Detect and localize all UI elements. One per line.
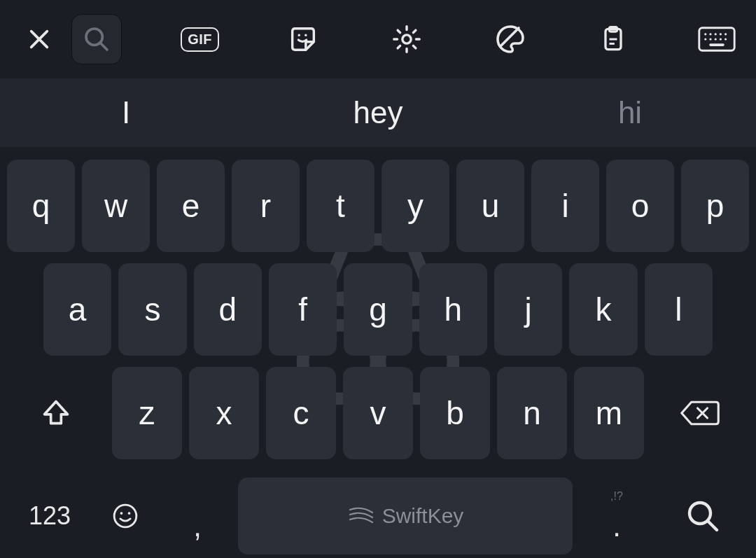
key-row-1: q w e r t y u i o p xyxy=(4,160,752,252)
key-k[interactable]: k xyxy=(569,263,637,356)
key-r[interactable]: r xyxy=(232,160,300,252)
key-row-2: a s d f g h j k l xyxy=(4,263,752,356)
period-hint: ,!? xyxy=(610,490,623,503)
svg-point-14 xyxy=(720,33,722,35)
gif-button[interactable]: GIF xyxy=(175,14,225,64)
key-x[interactable]: x xyxy=(189,367,259,459)
swiftkey-logo-icon xyxy=(347,505,375,526)
search-icon xyxy=(83,25,111,53)
themes-button[interactable] xyxy=(485,14,536,64)
svg-point-2 xyxy=(298,34,300,36)
key-u[interactable]: u xyxy=(456,160,524,252)
keyboard-layout-button[interactable] xyxy=(692,14,742,64)
svg-point-18 xyxy=(715,38,717,40)
key-n[interactable]: n xyxy=(497,367,567,459)
clipboard-icon xyxy=(598,24,629,55)
key-h[interactable]: h xyxy=(419,263,487,356)
numeric-key[interactable]: 123 xyxy=(11,477,88,554)
emoji-icon xyxy=(112,503,139,529)
emoji-key[interactable] xyxy=(94,477,157,554)
svg-point-4 xyxy=(402,35,411,43)
suggestion-right[interactable]: hi xyxy=(504,95,756,130)
svg-point-25 xyxy=(120,512,123,515)
clipboard-button[interactable] xyxy=(588,14,638,64)
shift-icon xyxy=(41,398,71,428)
suggestion-left[interactable]: I xyxy=(0,95,252,130)
svg-point-3 xyxy=(304,34,307,36)
key-z[interactable]: z xyxy=(112,367,182,459)
svg-point-11 xyxy=(704,33,706,35)
svg-point-24 xyxy=(114,505,136,527)
key-e[interactable]: e xyxy=(157,160,225,252)
svg-point-17 xyxy=(709,38,711,40)
key-y[interactable]: y xyxy=(382,160,449,252)
settings-button[interactable] xyxy=(382,14,432,64)
key-b[interactable]: b xyxy=(420,367,490,459)
key-l[interactable]: l xyxy=(645,263,713,356)
svg-point-13 xyxy=(715,33,717,35)
gif-icon: GIF xyxy=(181,27,219,52)
keyboard-icon xyxy=(698,25,736,53)
svg-point-16 xyxy=(704,38,706,40)
gear-icon xyxy=(391,23,423,55)
search-action-key[interactable] xyxy=(661,477,745,554)
key-w[interactable]: w xyxy=(82,160,150,252)
key-i[interactable]: i xyxy=(531,160,599,252)
key-d[interactable]: d xyxy=(194,263,262,356)
key-p[interactable]: p xyxy=(681,160,749,252)
palette-icon xyxy=(493,22,527,56)
close-icon xyxy=(27,27,51,51)
spacebar-key[interactable]: SwiftKey xyxy=(238,477,573,554)
shift-key[interactable] xyxy=(7,367,105,459)
close-button[interactable] xyxy=(14,14,64,64)
key-row-3: z x c v b n m xyxy=(4,367,752,459)
suggestion-bar: I hey hi xyxy=(0,78,756,147)
svg-line-28 xyxy=(708,522,717,530)
key-t[interactable]: t xyxy=(307,160,374,252)
svg-point-15 xyxy=(724,33,727,35)
svg-rect-21 xyxy=(709,43,724,46)
key-v[interactable]: v xyxy=(343,367,413,459)
key-f[interactable]: f xyxy=(269,263,337,356)
search-icon xyxy=(686,499,720,533)
key-s[interactable]: s xyxy=(118,263,186,356)
key-row-bottom: 123 , SwiftKey ,!? . xyxy=(4,470,752,558)
key-o[interactable]: o xyxy=(606,160,674,252)
svg-point-26 xyxy=(128,512,131,515)
spacebar-label: SwiftKey xyxy=(382,504,464,528)
key-m[interactable]: m xyxy=(574,367,644,459)
keyboard-toolbar: GIF xyxy=(0,0,756,78)
period-label: . xyxy=(612,510,621,543)
svg-line-1 xyxy=(100,43,107,50)
key-c[interactable]: c xyxy=(266,367,336,459)
stickers-button[interactable] xyxy=(278,14,328,64)
suggestion-center[interactable]: hey xyxy=(252,95,504,130)
key-j[interactable]: j xyxy=(494,263,562,356)
comma-key[interactable]: , xyxy=(162,477,232,554)
backspace-icon xyxy=(680,399,720,427)
toolbar-search-button[interactable] xyxy=(71,14,122,64)
svg-point-19 xyxy=(720,38,722,40)
sticker-icon xyxy=(287,23,319,55)
key-q[interactable]: q xyxy=(7,160,75,252)
svg-point-20 xyxy=(724,38,727,40)
backspace-key[interactable] xyxy=(651,367,749,459)
keyboard-area: q w e r t y u i o p a s d f g h j k l z … xyxy=(0,147,756,558)
key-g[interactable]: g xyxy=(344,263,412,356)
svg-point-12 xyxy=(709,33,711,35)
key-a[interactable]: a xyxy=(43,263,111,356)
period-key[interactable]: ,!? . xyxy=(578,477,655,554)
